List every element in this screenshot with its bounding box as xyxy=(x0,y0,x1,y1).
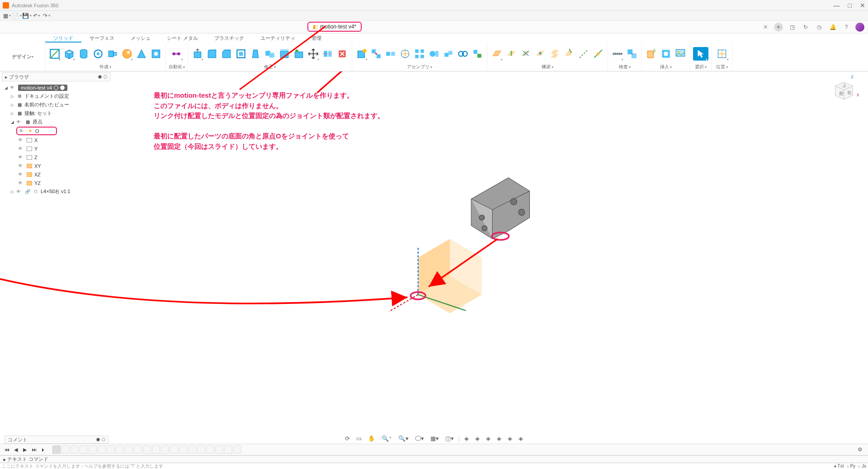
comment-opt-icon[interactable] xyxy=(102,438,105,441)
plane-angle-tool-icon[interactable] xyxy=(562,47,576,61)
viewports-icon[interactable]: ◫▾ xyxy=(443,434,456,443)
timeline-track[interactable] xyxy=(52,445,241,454)
timeline-node[interactable] xyxy=(170,445,178,454)
timeline-end-button[interactable]: ⏵ xyxy=(39,447,47,452)
fit-icon[interactable]: 🔍▾ xyxy=(396,434,410,443)
ribbon-group-select: ▾ 選択 xyxy=(690,43,712,71)
contactset-tool-icon[interactable] xyxy=(442,47,455,61)
timeline-node[interactable] xyxy=(89,445,97,454)
timeline-node[interactable] xyxy=(107,445,115,454)
title-bar: Autodesk Fusion 360 — □ ✕ xyxy=(0,0,868,11)
axis-construct-tool-icon[interactable] xyxy=(577,47,590,61)
view-cube[interactable]: Z X 前 右 上 xyxy=(827,74,859,106)
timeline-node[interactable] xyxy=(98,445,106,454)
canvas-tool-icon[interactable] xyxy=(674,47,687,61)
refresh-icon[interactable]: ↻ xyxy=(801,23,810,32)
plane3pt-tool-icon[interactable] xyxy=(533,47,547,61)
plane-offset-tool-icon[interactable] xyxy=(548,47,561,61)
select-tool-icon[interactable]: ▾ xyxy=(693,47,708,61)
ribbon-group-insert: 挿入 xyxy=(642,43,690,71)
axis2-tool-icon[interactable] xyxy=(591,47,605,61)
timeline-node[interactable] xyxy=(152,445,160,454)
timeline-node[interactable] xyxy=(80,445,88,454)
comment-panel-header[interactable]: コメント xyxy=(5,436,108,444)
axis-z-label: Z xyxy=(851,75,854,79)
look-icon[interactable]: ▭ xyxy=(354,434,363,443)
text-command-header[interactable]: ● テキスト コマンド xyxy=(0,455,868,463)
tangent-tool-icon[interactable] xyxy=(427,47,441,61)
svg-rect-50 xyxy=(648,51,654,57)
drivejoint-tool-icon[interactable] xyxy=(471,47,484,61)
tab-close-icon[interactable]: × xyxy=(764,23,768,31)
interference-tool-icon[interactable] xyxy=(625,47,639,61)
cmd-mode-txt[interactable]: Txt xyxy=(834,464,844,469)
text-command-input[interactable]: ここにテキスト コマンドを入力します - ヘルプを参照するには '?' と入力し… xyxy=(0,463,868,469)
timeline-node[interactable] xyxy=(206,445,214,454)
insertderive-tool-icon[interactable] xyxy=(645,47,658,61)
maximize-button[interactable]: □ xyxy=(848,2,852,9)
motionlink-tool-icon[interactable] xyxy=(456,47,470,61)
group-label-inspect[interactable]: 検査 xyxy=(611,64,639,71)
timeline-node[interactable] xyxy=(116,445,124,454)
measure-tool-icon[interactable]: ▾ xyxy=(611,47,624,61)
group-label-select[interactable]: 選択 xyxy=(693,64,708,71)
help-icon[interactable]: ? xyxy=(842,23,851,32)
timeline-node[interactable] xyxy=(233,445,241,454)
grid-icon[interactable]: ▦▾ xyxy=(429,434,441,443)
timeline-node[interactable] xyxy=(52,445,61,454)
timeline-node[interactable] xyxy=(143,445,151,454)
new-tab-button[interactable]: + xyxy=(774,23,783,32)
pan-icon[interactable]: ✋ xyxy=(366,434,377,443)
group-label-insert[interactable]: 挿入 xyxy=(645,64,687,71)
group-label-pos[interactable]: 位置 xyxy=(714,64,730,71)
svg-point-25 xyxy=(363,49,367,53)
orbit-icon[interactable]: ⟳ xyxy=(343,434,352,443)
comp4-icon[interactable]: ◈ xyxy=(495,434,503,443)
timeline-node[interactable] xyxy=(161,445,169,454)
position-tool-icon[interactable]: ▾ xyxy=(714,47,730,61)
timeline-prev-button[interactable]: ◀ xyxy=(12,447,20,453)
timeline-node[interactable] xyxy=(71,445,79,454)
minimize-button[interactable]: — xyxy=(834,2,840,9)
comment-pin-icon[interactable] xyxy=(96,438,100,441)
timeline-settings-icon[interactable]: ⚙ xyxy=(858,446,865,453)
timeline-next-button[interactable]: ⏭ xyxy=(30,447,38,452)
timeline-node[interactable] xyxy=(224,445,232,454)
jointorigin-tool-icon[interactable] xyxy=(398,47,412,61)
comp1-icon[interactable]: ◈ xyxy=(462,434,471,443)
asbuiltjoint-tool-icon[interactable] xyxy=(384,47,397,61)
text-command-placeholder: ここにテキスト コマンドを入力します - ヘルプを参照するには '?' と入力し… xyxy=(2,463,163,469)
timeline-node[interactable] xyxy=(197,445,205,454)
point-tool-icon[interactable] xyxy=(519,47,533,61)
display-icon[interactable]: 🖵▾ xyxy=(413,434,426,443)
timeline-node[interactable] xyxy=(61,445,70,454)
comp6-icon[interactable]: ◈ xyxy=(517,434,525,443)
timeline-node[interactable] xyxy=(179,445,187,454)
timeline-node[interactable] xyxy=(125,445,133,454)
zoom-icon[interactable]: 🔍⁺ xyxy=(380,434,394,443)
timeline-node[interactable] xyxy=(134,445,142,454)
plane-tool-icon[interactable]: ▾ xyxy=(490,47,504,61)
group-label-assembly[interactable]: アセンブリ xyxy=(355,64,484,71)
viewport[interactable]: 最初にmotion-testと言うアッセンブリ専用ファイルを作ります。 このファ… xyxy=(0,71,868,433)
cmd-mode-js[interactable]: Js xyxy=(858,464,866,469)
timeline-start-button[interactable]: ⏮ xyxy=(3,447,11,452)
comp2-icon[interactable]: ◈ xyxy=(473,434,481,443)
close-button[interactable]: ✕ xyxy=(860,2,865,9)
user-avatar[interactable] xyxy=(855,23,864,32)
decal-tool-icon[interactable] xyxy=(659,47,673,61)
axis-tool-icon[interactable] xyxy=(505,47,518,61)
job-status-icon[interactable]: ◷ xyxy=(815,23,824,32)
rigidgroup-tool-icon[interactable] xyxy=(413,47,426,61)
extensions-icon[interactable]: ◳ xyxy=(788,23,797,32)
svg-rect-30 xyxy=(391,52,395,56)
joint-tool-icon[interactable] xyxy=(369,47,383,61)
notification-bell-icon[interactable]: 🔔 xyxy=(828,23,837,32)
comp3-icon[interactable]: ◈ xyxy=(484,434,492,443)
timeline-node[interactable] xyxy=(215,445,223,454)
cmd-mode-py[interactable]: Py xyxy=(846,464,855,469)
group-label-construct[interactable]: 構築 xyxy=(490,64,605,71)
timeline-node[interactable] xyxy=(188,445,196,454)
comp5-icon[interactable]: ◈ xyxy=(506,434,514,443)
timeline-play-button[interactable]: ▶ xyxy=(21,447,29,453)
